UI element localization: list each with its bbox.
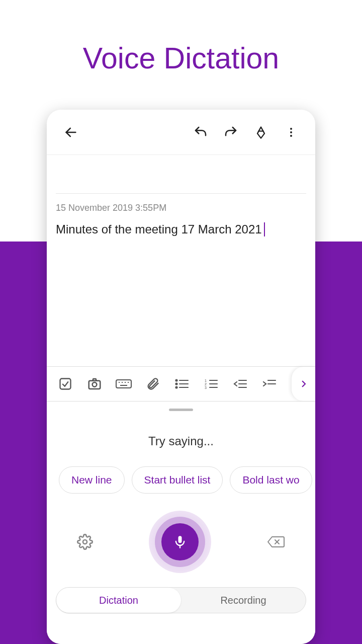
attach-tool[interactable] <box>138 371 167 396</box>
svg-text:2: 2 <box>205 382 207 386</box>
more-button[interactable] <box>279 120 303 144</box>
try-saying-label: Try saying... <box>47 434 315 448</box>
format-toolbar: 123 <box>47 366 315 401</box>
svg-rect-8 <box>116 380 131 388</box>
text-cursor <box>264 222 265 236</box>
backspace-icon <box>267 535 285 549</box>
mode-tabs: Dictation Recording <box>56 587 306 613</box>
dictation-panel: Try saying... New line Start bullet list… <box>47 401 315 644</box>
settings-button[interactable] <box>77 534 93 550</box>
svg-point-18 <box>176 383 177 385</box>
numbered-list-tool[interactable]: 123 <box>197 371 226 396</box>
chip-bold-last[interactable]: Bold last wo <box>230 466 312 494</box>
svg-point-4 <box>290 135 292 137</box>
tab-dictation[interactable]: Dictation <box>56 588 181 613</box>
numbered-list-icon: 123 <box>204 378 219 390</box>
bullet-list-icon <box>174 378 190 390</box>
redo-button[interactable] <box>219 120 243 144</box>
gear-icon <box>77 534 93 550</box>
checkbox-tool[interactable] <box>51 371 80 396</box>
camera-tool[interactable] <box>80 371 109 396</box>
back-button[interactable] <box>59 120 83 144</box>
more-vertical-icon <box>285 126 297 138</box>
outdent-icon <box>233 378 248 390</box>
phone-mockup: 15 November 2019 3:55PM Minutes of the m… <box>47 110 315 644</box>
redo-icon <box>223 125 238 140</box>
svg-point-19 <box>176 387 177 388</box>
arrow-left-icon <box>64 125 78 139</box>
svg-point-17 <box>176 380 177 381</box>
suggestion-chips: New line Start bullet list Bold last wo <box>47 466 315 494</box>
undo-button[interactable] <box>189 120 213 144</box>
bullet-list-tool[interactable] <box>167 371 197 396</box>
backspace-button[interactable] <box>267 535 285 549</box>
svg-point-7 <box>93 382 97 387</box>
svg-point-3 <box>290 131 292 133</box>
dictation-controls <box>47 511 315 573</box>
svg-text:3: 3 <box>205 386 207 389</box>
page-title: Voice Dictation <box>0 0 362 75</box>
keyboard-tool[interactable] <box>109 371 138 396</box>
svg-rect-5 <box>60 379 71 389</box>
svg-text:1: 1 <box>205 379 207 382</box>
chip-start-bullet[interactable]: Start bullet list <box>132 466 223 494</box>
drag-handle[interactable] <box>169 409 193 411</box>
toolbar-expand[interactable] <box>291 367 315 401</box>
camera-icon <box>87 376 102 391</box>
pen-button[interactable] <box>249 120 273 144</box>
svg-point-31 <box>83 540 87 544</box>
indent-tool[interactable] <box>255 371 284 396</box>
note-body[interactable]: Minutes of the meeting 17 March 2021 <box>47 213 315 236</box>
note-text-content: Minutes of the meeting 17 March 2021 <box>56 222 262 236</box>
checkbox-icon <box>58 377 72 391</box>
mic-button[interactable] <box>149 511 211 573</box>
paperclip-icon <box>146 377 160 391</box>
note-timestamp: 15 November 2019 3:55PM <box>56 193 306 213</box>
svg-point-2 <box>290 128 292 130</box>
keyboard-icon <box>115 378 132 390</box>
undo-icon <box>193 125 208 140</box>
microphone-icon <box>173 535 187 549</box>
chip-new-line[interactable]: New line <box>59 466 125 494</box>
tab-recording[interactable]: Recording <box>181 588 306 613</box>
pen-icon <box>254 125 268 139</box>
indent-icon <box>262 378 277 390</box>
outdent-tool[interactable] <box>226 371 255 396</box>
app-topbar <box>47 110 315 155</box>
chevron-right-icon <box>299 379 308 388</box>
